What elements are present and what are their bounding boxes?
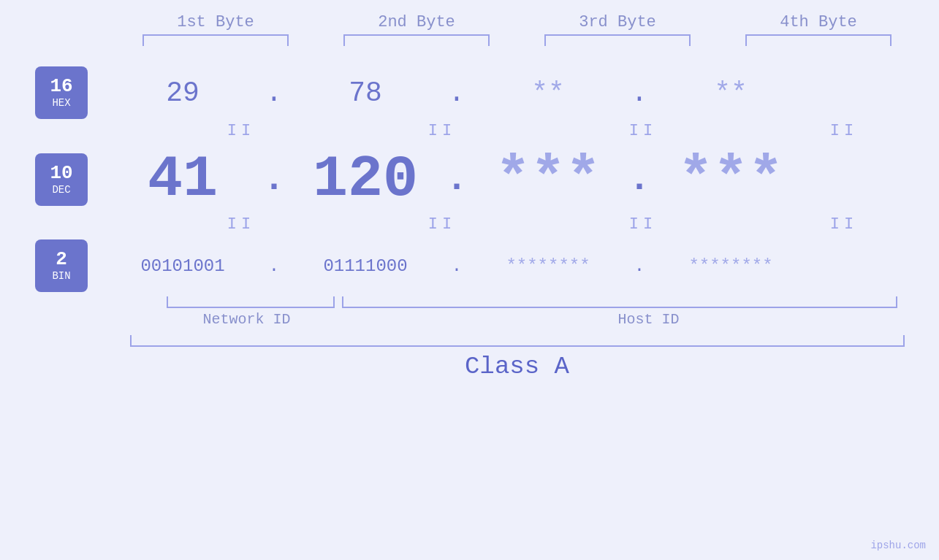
top-brackets <box>115 34 919 46</box>
hex-byte3: ** <box>468 77 628 109</box>
main-container: 1st Byte 2nd Byte 3rd Byte 4th Byte 16 H… <box>0 0 939 560</box>
eq1: II <box>161 122 322 140</box>
eq-sym-7: II <box>629 215 657 234</box>
class-bracket <box>130 335 905 347</box>
bracket-byte3 <box>544 34 691 46</box>
eq-row-2: II II II II <box>141 215 940 234</box>
dec-byte4: *** <box>650 146 811 212</box>
bin-byte2: 01111000 <box>285 256 446 276</box>
bin-badge: 2 BIN <box>35 239 88 292</box>
dec-badge-label: DEC <box>52 184 70 196</box>
bin-row: 2 BIN 00101001 . 01111000 . ******** . *… <box>0 239 939 292</box>
eq-sym-4: II <box>830 122 858 140</box>
byte2-header: 2nd Byte <box>336 13 497 31</box>
eq8: II <box>764 215 924 234</box>
eq7: II <box>563 215 723 234</box>
dec-byte2: 120 <box>285 146 446 212</box>
bin-dot2: . <box>446 256 468 276</box>
byte3-header: 3rd Byte <box>537 13 698 31</box>
hex-badge-label: HEX <box>52 97 70 109</box>
eq-sym-2: II <box>428 122 456 140</box>
eq3: II <box>563 122 723 140</box>
hex-values: 29 . 78 . ** . ** <box>102 77 939 109</box>
dec-badge: 10 DEC <box>35 153 88 206</box>
dec-byte3: *** <box>468 146 628 212</box>
class-label: Class A <box>130 353 905 380</box>
bin-dot1: . <box>263 256 285 276</box>
eq-sym-3: II <box>629 122 657 140</box>
watermark: ipshu.com <box>870 540 926 551</box>
bottom-bracket-host <box>342 296 897 308</box>
bottom-brackets <box>115 296 919 308</box>
dec-badge-num: 10 <box>50 164 72 183</box>
id-labels: Network ID Host ID <box>115 311 919 328</box>
hex-byte1: 29 <box>102 77 263 109</box>
bin-dot3: . <box>628 256 650 276</box>
bin-badge-num: 2 <box>56 250 67 269</box>
eq5: II <box>161 215 322 234</box>
bin-values: 00101001 . 01111000 . ******** . *******… <box>102 256 939 276</box>
eq2: II <box>362 122 522 140</box>
bin-byte1: 00101001 <box>102 256 263 276</box>
bin-byte3: ******** <box>468 256 628 276</box>
hex-byte2: 78 <box>285 77 446 109</box>
bottom-bracket-network <box>167 296 335 308</box>
hex-dot3: . <box>628 77 650 109</box>
dec-dot1: . <box>263 158 285 200</box>
eq6: II <box>362 215 522 234</box>
eq-row-1: II II II II <box>141 122 940 140</box>
dec-dot2: . <box>446 158 468 200</box>
host-id-label: Host ID <box>379 311 919 328</box>
eq-sym-5: II <box>227 215 255 234</box>
dec-dot3: . <box>628 158 650 200</box>
network-id-label: Network ID <box>115 311 379 328</box>
hex-row: 16 HEX 29 . 78 . ** . ** <box>0 66 939 119</box>
hex-badge-num: 16 <box>50 77 72 96</box>
bracket-byte4 <box>745 34 892 46</box>
class-bracket-container <box>130 335 905 347</box>
hex-dot1: . <box>263 77 285 109</box>
bracket-byte1 <box>142 34 289 46</box>
dec-values: 41 . 120 . *** . *** <box>102 146 939 212</box>
bin-byte4: ******** <box>650 256 811 276</box>
eq-sym-1: II <box>227 122 255 140</box>
eq-sym-8: II <box>830 215 858 234</box>
dec-row: 10 DEC 41 . 120 . *** . *** <box>0 146 939 212</box>
eq-sym-6: II <box>428 215 456 234</box>
byte1-header: 1st Byte <box>135 13 296 31</box>
dec-byte1: 41 <box>102 146 263 212</box>
eq4: II <box>764 122 924 140</box>
bracket-byte2 <box>343 34 490 46</box>
bin-badge-label: BIN <box>52 270 70 282</box>
hex-byte4: ** <box>650 77 811 109</box>
hex-badge: 16 HEX <box>35 66 88 119</box>
hex-dot2: . <box>446 77 468 109</box>
byte4-header: 4th Byte <box>738 13 899 31</box>
byte-headers-row: 1st Byte 2nd Byte 3rd Byte 4th Byte <box>115 13 919 31</box>
